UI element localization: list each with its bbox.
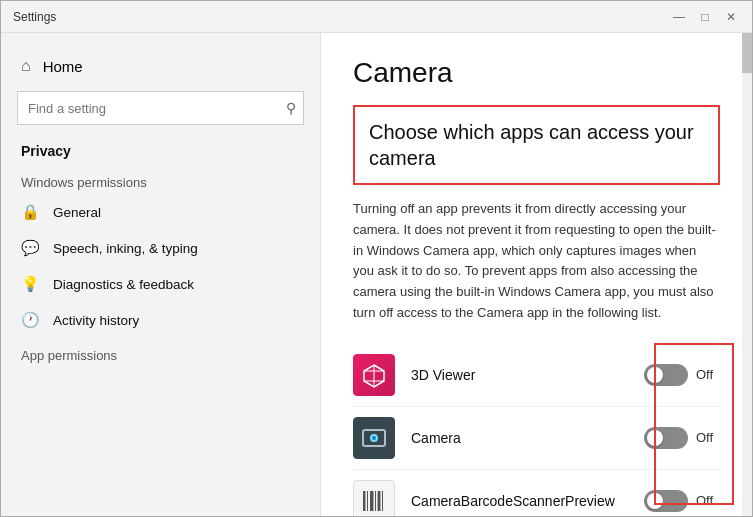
close-button[interactable]: ✕ xyxy=(722,8,740,26)
app-name-3dviewer: 3D Viewer xyxy=(411,367,644,383)
svg-rect-4 xyxy=(363,491,365,511)
toggle-knob-3dviewer xyxy=(647,367,663,383)
lock-icon: 🔒 xyxy=(21,203,39,221)
search-icon: ⚲ xyxy=(286,100,296,116)
svg-rect-8 xyxy=(378,491,380,511)
sidebar-home[interactable]: ⌂ Home xyxy=(1,49,320,83)
toggle-label-camera: Off xyxy=(696,430,720,445)
scrollbar-track[interactable] xyxy=(742,33,752,517)
app-permissions-label: App permissions xyxy=(1,338,320,367)
camera-icon xyxy=(353,417,395,459)
svg-rect-12 xyxy=(377,491,378,511)
section-title: Choose which apps can access your camera xyxy=(369,119,704,171)
app-name-barcode: CameraBarcodeScannerPreview xyxy=(411,493,644,509)
sidebar: ⌂ Home ⚲ Privacy Windows permissions 🔒 G… xyxy=(1,33,321,517)
toggle-label-3dviewer: Off xyxy=(696,367,720,382)
sidebar-item-general[interactable]: 🔒 General xyxy=(1,194,320,230)
sidebar-item-label: Speech, inking, & typing xyxy=(53,241,198,256)
sidebar-item-diagnostics[interactable]: 💡 Diagnostics & feedback xyxy=(1,266,320,302)
svg-rect-5 xyxy=(367,491,368,511)
title-bar: Settings — □ ✕ xyxy=(1,1,752,33)
diagnostics-icon: 💡 xyxy=(21,275,39,293)
svg-rect-7 xyxy=(375,491,376,511)
maximize-button[interactable]: □ xyxy=(696,8,714,26)
privacy-label: Privacy xyxy=(1,133,320,165)
toggle-label-barcode: Off xyxy=(696,493,720,508)
toggle-row-3dviewer: Off xyxy=(644,364,720,386)
sidebar-item-label: General xyxy=(53,205,101,220)
app-row-3dviewer: 3D Viewer Off xyxy=(353,344,720,407)
svg-rect-13 xyxy=(380,491,381,511)
svg-rect-11 xyxy=(373,491,374,511)
barcode-svg xyxy=(360,487,388,515)
sidebar-item-label: Activity history xyxy=(53,313,139,328)
search-input[interactable] xyxy=(17,91,304,125)
activity-icon: 🕐 xyxy=(21,311,39,329)
toggle-row-camera: Off xyxy=(644,427,720,449)
3dviewer-icon xyxy=(353,354,395,396)
app-list-section: 3D Viewer Off xyxy=(353,344,720,517)
home-icon: ⌂ xyxy=(21,57,31,75)
app-icon-camera xyxy=(353,417,395,459)
app-row-barcode: CameraBarcodeScannerPreview Off xyxy=(353,470,720,517)
app-body: ⌂ Home ⚲ Privacy Windows permissions 🔒 G… xyxy=(1,33,752,517)
page-title: Camera xyxy=(353,57,720,89)
toggle-camera[interactable] xyxy=(644,427,688,449)
minimize-button[interactable]: — xyxy=(670,8,688,26)
toggle-row-barcode: Off xyxy=(644,490,720,512)
barcode-icon xyxy=(353,480,395,517)
app-name-camera: Camera xyxy=(411,430,644,446)
home-label: Home xyxy=(43,58,83,75)
window-controls: — □ ✕ xyxy=(670,8,740,26)
app-icon-3dviewer xyxy=(353,354,395,396)
main-content: Camera Choose which apps can access your… xyxy=(321,33,752,517)
camera-body xyxy=(362,429,386,447)
app-list: 3D Viewer Off xyxy=(353,344,720,517)
scrollbar-thumb[interactable] xyxy=(742,33,752,73)
speech-icon: 💬 xyxy=(21,239,39,257)
app-icon-barcode xyxy=(353,480,395,517)
toggle-knob-barcode xyxy=(647,493,663,509)
toggle-3dviewer[interactable] xyxy=(644,364,688,386)
sidebar-item-label: Diagnostics & feedback xyxy=(53,277,194,292)
toggle-knob-camera xyxy=(647,430,663,446)
section-title-box: Choose which apps can access your camera xyxy=(353,105,720,185)
app-row-camera: Camera Off xyxy=(353,407,720,470)
windows-permissions-label: Windows permissions xyxy=(1,165,320,194)
3dviewer-svg xyxy=(360,361,388,389)
description-text: Turning off an app prevents it from dire… xyxy=(353,199,720,324)
camera-lens xyxy=(370,434,378,442)
search-box: ⚲ xyxy=(17,91,304,125)
sidebar-item-activity[interactable]: 🕐 Activity history xyxy=(1,302,320,338)
svg-rect-9 xyxy=(382,491,383,511)
window-title: Settings xyxy=(13,10,670,24)
svg-rect-6 xyxy=(370,491,373,511)
sidebar-item-speech[interactable]: 💬 Speech, inking, & typing xyxy=(1,230,320,266)
toggle-barcode[interactable] xyxy=(644,490,688,512)
svg-rect-10 xyxy=(365,491,366,511)
